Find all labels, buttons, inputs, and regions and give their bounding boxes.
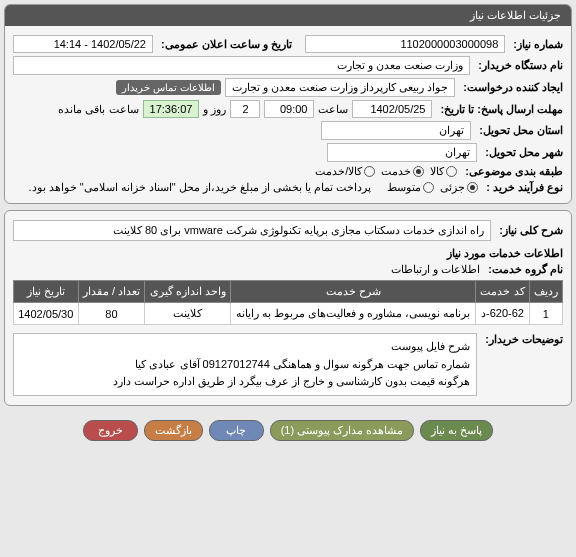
services-sub-prefix: نام گروه خدمت: (488, 263, 563, 276)
contact-tag[interactable]: اطلاعات تماس خریدار (116, 80, 221, 95)
table-header-row: ردیف کد خدمت شرح خدمت واحد اندازه گیری ت… (14, 281, 563, 303)
city-value: تهران (327, 143, 477, 162)
subject-class-label: طبقه بندی موضوعی: (465, 165, 563, 178)
row-buyer-notes: توضیحات خریدار: شرح فایل پیوست شماره تما… (13, 333, 563, 396)
public-datetime-value: 1402/05/22 - 14:14 (13, 35, 153, 53)
th-idx: ردیف (529, 281, 562, 303)
row-process-type: نوع فرآیند خرید : جزئی متوسط پرداخت تمام… (13, 181, 563, 194)
requester-value: جواد ربیعی کارپرداز وزارت صنعت معدن و تج… (225, 78, 455, 97)
button-bar: پاسخ به نیاز مشاهده مدارک پیوستی (1) چاپ… (4, 412, 572, 449)
panel-title: جزئیات اطلاعات نیاز (5, 5, 571, 26)
exit-button[interactable]: خروج (83, 420, 138, 441)
details-panel: جزئیات اطلاعات نیاز شماره نیاز: 11020000… (4, 4, 572, 204)
main-desc-value: راه اندازی خدمات دسکتاب مجازی برپایه تکن… (13, 220, 491, 241)
row-main-desc: شرح کلی نیاز: راه اندازی خدمات دسکتاب مج… (13, 220, 563, 241)
countdown: 17:36:07 (143, 100, 200, 118)
radio-icon (413, 166, 424, 177)
main-desc-label: شرح کلی نیاز: (499, 224, 563, 237)
radio-icon (364, 166, 375, 177)
radio-goods[interactable]: کالا (430, 165, 457, 178)
services-sub-row: نام گروه خدمت: اطلاعات و ارتباطات (13, 263, 563, 276)
notes-line3: هرگونه قیمت بدون کارشناسی و خارج از عرف … (20, 373, 470, 391)
notes-line1: شرح فایل پیوست (20, 338, 470, 356)
radio-service[interactable]: خدمت (381, 165, 424, 178)
radio-icon (423, 182, 434, 193)
services-header: اطلاعات خدمات مورد نیاز (13, 247, 563, 260)
th-code: کد خدمت (476, 281, 529, 303)
remaining-label: ساعت باقی مانده (58, 103, 138, 116)
row-need-no: شماره نیاز: 1102000003000098 تاریخ و ساع… (13, 35, 563, 53)
buyer-notes: شرح فایل پیوست شماره تماس جهت هرگونه سوا… (13, 333, 477, 396)
row-buyer-org: نام دستگاه خریدار: وزارت صنعت معدن و تجا… (13, 56, 563, 75)
panel-body: شماره نیاز: 1102000003000098 تاریخ و ساع… (5, 26, 571, 203)
process-note: پرداخت تمام یا بخشی از مبلغ خرید،از محل … (29, 181, 372, 194)
need-no-value: 1102000003000098 (305, 35, 505, 53)
time-label-1: ساعت (318, 103, 348, 116)
province-label: استان محل تحویل: (479, 124, 563, 137)
process-label: نوع فرآیند خرید : (486, 181, 563, 194)
th-date: تاریخ نیاز (14, 281, 79, 303)
need-no-label: شماره نیاز: (513, 38, 563, 51)
province-value: تهران (321, 121, 471, 140)
radio-icon (467, 182, 478, 193)
services-sub: اطلاعات و ارتباطات (391, 263, 480, 276)
buyer-org-label: نام دستگاه خریدار: (478, 59, 563, 72)
table-row: 1 620-62-د برنامه نویسی، مشاوره و فعالیت… (14, 303, 563, 325)
row-subject-class: طبقه بندی موضوعی: کالا خدمت کالا/خدمت (13, 165, 563, 178)
requester-label: ایجاد کننده درخواست: (463, 81, 563, 94)
th-qty: تعداد / مقدار (78, 281, 145, 303)
row-requester: ایجاد کننده درخواست: جواد ربیعی کارپرداز… (13, 78, 563, 97)
cell-date: 1402/05/30 (14, 303, 79, 325)
process-radio-group: جزئی متوسط (387, 181, 478, 194)
services-table: ردیف کد خدمت شرح خدمت واحد اندازه گیری ت… (13, 280, 563, 325)
radio-both[interactable]: کالا/خدمت (315, 165, 375, 178)
deadline-date: 1402/05/25 (352, 100, 432, 118)
public-datetime-label: تاریخ و ساعت اعلان عمومی: (161, 38, 292, 51)
row-city: شهر محل تحویل: تهران (13, 143, 563, 162)
row-deadline: مهلت ارسال پاسخ: تا تاریخ: 1402/05/25 سا… (13, 100, 563, 118)
th-desc: شرح خدمت (231, 281, 476, 303)
back-button[interactable]: بازگشت (144, 420, 203, 441)
desc-panel: شرح کلی نیاز: راه اندازی خدمات دسکتاب مج… (4, 210, 572, 406)
cell-unit: کلاینت (145, 303, 231, 325)
row-province: استان محل تحویل: تهران (13, 121, 563, 140)
radio-medium[interactable]: متوسط (387, 181, 434, 194)
attachments-button[interactable]: مشاهده مدارک پیوستی (1) (270, 420, 415, 441)
deadline-label: مهلت ارسال پاسخ: تا تاریخ: (440, 103, 563, 116)
city-label: شهر محل تحویل: (485, 146, 563, 159)
days-label: روز و (203, 103, 226, 116)
buyer-notes-label: توضیحات خریدار: (485, 333, 563, 346)
cell-qty: 80 (78, 303, 145, 325)
cell-idx: 1 (529, 303, 562, 325)
cell-desc: برنامه نویسی، مشاوره و فعالیت‌های مربوط … (231, 303, 476, 325)
print-button[interactable]: چاپ (209, 420, 264, 441)
buyer-org-value: وزارت صنعت معدن و تجارت (13, 56, 470, 75)
subject-radio-group: کالا خدمت کالا/خدمت (315, 165, 457, 178)
reply-button[interactable]: پاسخ به نیاز (420, 420, 493, 441)
radio-partial[interactable]: جزئی (440, 181, 478, 194)
cell-code: 620-62-د (476, 303, 529, 325)
days-remaining: 2 (230, 100, 260, 118)
notes-line2: شماره تماس جهت هرگونه سوال و هماهنگی 091… (20, 356, 470, 374)
radio-icon (446, 166, 457, 177)
th-unit: واحد اندازه گیری (145, 281, 231, 303)
deadline-time: 09:00 (264, 100, 314, 118)
